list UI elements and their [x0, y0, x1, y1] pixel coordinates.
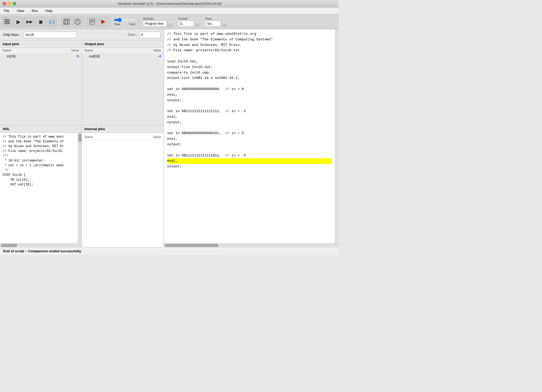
status-bar: End of script – Comparison ended success…: [0, 247, 339, 255]
chip-name-row: Chip Nam... Time :: [0, 29, 164, 40]
time-input[interactable]: [139, 32, 160, 38]
svg-rect-11: [67, 20, 68, 21]
script-line: output;: [167, 142, 332, 147]
animate-label: Animate:: [143, 17, 173, 20]
output-pins-col-value: Value: [140, 49, 161, 52]
slow-label: Slow: [114, 23, 120, 26]
script-line: // by Nisan and Schocken, MIT Press.: [167, 42, 332, 48]
svg-rect-0: [5, 19, 6, 20]
svg-rect-1: [6, 19, 8, 20]
svg-line-16: [78, 22, 79, 22]
chip-icon[interactable]: [2, 17, 12, 27]
hdl-panel: HDL // This file is part of www.nanc// a…: [0, 125, 82, 247]
toolbar-separator-4: [138, 17, 139, 27]
window-controls[interactable]: [3, 2, 16, 5]
main-content: Chip Nam... Time : Input pins Name Value…: [0, 29, 339, 247]
toolbar-separator-1: [59, 17, 59, 27]
hdl-header: HDL: [0, 125, 82, 133]
internal-pins-col-name: Name: [84, 135, 140, 139]
script-line: output-list in%B1.16.1 out%B1.16.1;: [167, 75, 332, 81]
animate-arrow[interactable]: ⌄: [167, 21, 173, 27]
hdl-bottom-scroll-thumb[interactable]: [1, 244, 17, 247]
output-pins-table-header: Name Value: [82, 48, 164, 53]
svg-rect-7: [6, 23, 8, 24]
svg-rect-4: [6, 21, 8, 22]
hdl-bottom-scroll[interactable]: [0, 243, 82, 247]
script-line: compare-to Inc16.cmp,: [167, 70, 332, 76]
script-line: set in %B1111111111111011, // in = -5: [167, 153, 332, 159]
script-line: // and the book "The Elements of Computi…: [167, 37, 332, 42]
speed-slider[interactable]: [114, 18, 135, 22]
menu-file[interactable]: File: [2, 8, 11, 13]
maximize-button[interactable]: [13, 2, 16, 5]
toolbar-separator-3: [111, 17, 111, 27]
view-value[interactable]: Scr...: [205, 21, 221, 27]
script-line: // This file is part of www.nand2tetris.…: [167, 31, 332, 37]
script-line: [167, 125, 332, 131]
script-right-scrollbar[interactable]: [335, 29, 339, 243]
svg-rect-13: [67, 22, 68, 24]
menu-run[interactable]: Run: [30, 8, 40, 13]
view-arrow[interactable]: ⌄: [222, 21, 227, 27]
svg-rect-17: [90, 19, 95, 24]
script-line: eval,: [167, 158, 332, 164]
stop-button[interactable]: ◼: [36, 17, 46, 27]
script-line: output;: [167, 120, 332, 125]
output-pin-value-0[interactable]: -4: [140, 54, 161, 58]
time-label: Time :: [128, 33, 137, 37]
input-pins-table: Name Value in[16] -5: [0, 48, 82, 125]
fast-label: Fast: [130, 23, 135, 26]
bottom-panels: HDL // This file is part of www.nanc// a…: [0, 125, 164, 247]
menu-view[interactable]: View: [15, 8, 26, 13]
svg-rect-6: [5, 23, 6, 24]
svg-marker-21: [101, 20, 105, 24]
close-button[interactable]: [3, 2, 6, 5]
input-pins-header: Input pins: [0, 40, 82, 48]
script-content[interactable]: // This file is part of www.nand2tetris.…: [164, 29, 335, 243]
hdl-scroll-thumb[interactable]: [78, 134, 82, 142]
animate-value[interactable]: Program flow: [143, 21, 167, 27]
script-line: set in %B0000000000000101, // in = 5: [167, 131, 332, 136]
output-icon[interactable]: [98, 17, 108, 27]
status-text: End of script – Comparison ended success…: [3, 249, 81, 253]
script-line: [167, 81, 332, 87]
script-line: eval,: [167, 92, 332, 98]
script-line: output-file Inc16.out,: [167, 65, 332, 70]
rewind-button[interactable]: ❮❮: [47, 17, 57, 27]
script-bottom-scrollbar[interactable]: [164, 243, 339, 247]
hdl-content[interactable]: // This file is part of www.nanc// and t…: [0, 133, 78, 243]
script-bottom-scroll-thumb[interactable]: [165, 244, 218, 247]
svg-rect-3: [5, 21, 6, 22]
internal-pins-header: Internal pins: [82, 125, 164, 133]
format-group: Format: D... ⌄: [178, 17, 200, 27]
script-line: set in %B1111111111111111, // in = -1: [167, 109, 332, 114]
toolbar: ▶ ▶▶ ◼ ❮❮: [0, 14, 339, 29]
script-line: [167, 103, 332, 109]
menu-help[interactable]: Help: [44, 8, 54, 13]
input-pin-value-0[interactable]: -5: [58, 54, 79, 58]
script-icon[interactable]: [87, 17, 97, 27]
input-pin-name-0: in[16]: [3, 54, 58, 58]
script-line: output;: [167, 98, 332, 103]
clock-icon[interactable]: [73, 17, 83, 27]
output-pins-table: Name Value out[16] -4: [82, 48, 164, 125]
animate-group: Animate: Program flow ⌄: [143, 17, 173, 27]
format-arrow[interactable]: ⌄: [194, 21, 200, 27]
left-panel: Chip Nam... Time : Input pins Name Value…: [0, 29, 164, 247]
input-pin-row-0: in[16] -5: [0, 53, 82, 59]
chip-name-input[interactable]: [24, 32, 77, 38]
output-pin-name-0: out[16]: [85, 54, 140, 58]
fast-forward-button[interactable]: ▶▶: [24, 17, 35, 27]
input-pins-col-name: Name: [3, 49, 58, 52]
minimize-button[interactable]: [8, 2, 11, 5]
input-pins-table-header: Name Value: [0, 48, 82, 53]
toolbar-separator-2: [85, 17, 85, 27]
format-label: Format:: [178, 17, 200, 20]
format-value[interactable]: D...: [178, 21, 194, 27]
hdl-scrollbar[interactable]: [78, 133, 82, 243]
step-button[interactable]: ▶: [13, 17, 23, 27]
internal-pins-table-header: Name Value: [84, 134, 161, 140]
gate-icon[interactable]: [61, 17, 71, 27]
internal-pins-col-value: Value: [140, 135, 161, 139]
script-line: [167, 53, 332, 59]
